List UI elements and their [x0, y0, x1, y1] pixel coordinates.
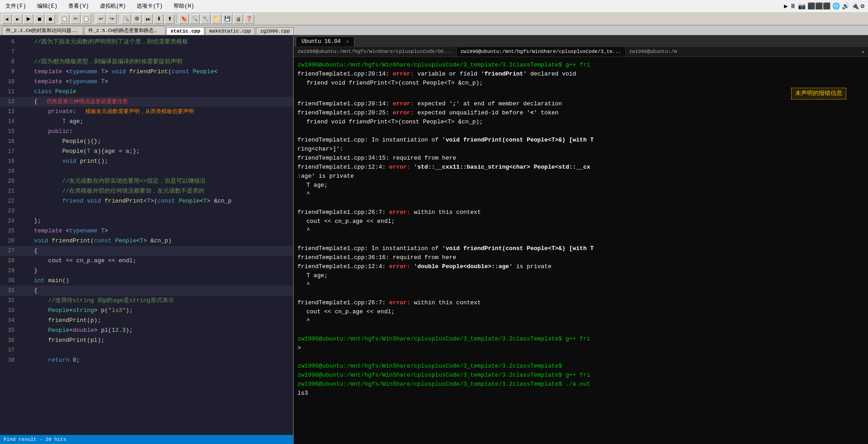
code-line-8: 8 //因为都为模板类型，则编译器编译的时候需要提前声明 [0, 57, 293, 67]
tab-file4[interactable]: makeStatic.cpp [205, 27, 255, 35]
tab-file3[interactable]: static.cpp [166, 27, 204, 35]
terminal-output[interactable]: zw1996@ubuntu:/mnt/hgfs/WinShare/cpluspl… [294, 57, 868, 444]
terminal-line-17: friendTemplate1.cpp: In instantiation of… [297, 244, 864, 253]
code-line-25: 25 template <typename T> [0, 226, 293, 236]
tab-file2[interactable]: 件_2.5.CH的静态变量和静态成员.txt [84, 26, 165, 35]
terminal-line-12: T age; [297, 181, 864, 190]
terminal-line-blank-3 [297, 235, 864, 244]
code-line-15: 15 public: [0, 127, 293, 137]
terminal-line-blank-4 [297, 289, 864, 298]
terminal-tab-ubuntu[interactable]: Ubuntu 16.04 ✕ [296, 36, 354, 47]
terminal-line-23: cout << cn_p.age << endl; [297, 307, 864, 316]
vm-settings[interactable]: ⚙ [861, 2, 864, 10]
code-editor-pane: 6 //因为下面友元函数的声明用到了这个类，则也需要类模板 7 8 //因为都为… [0, 35, 294, 444]
terminal-line-6: friend void friendPrint<T>(const People<… [297, 118, 864, 127]
file-tabs: 件_2.2.CH的封装和访问问题.txt 件_2.5.CH的静态变量和静态成员.… [0, 25, 868, 35]
toolbar-cut[interactable]: ✂ [71, 14, 80, 24]
terminal-tab-ubuntu-close[interactable]: ✕ [346, 39, 349, 44]
toolbar-paste[interactable]: 📋 [81, 14, 91, 24]
terminal-line-5: friendTemplate1.cpp:20:25: error: expect… [297, 109, 864, 118]
code-content[interactable]: 6 //因为下面友元函数的声明用到了这个类，则也需要类模板 7 8 //因为都为… [0, 35, 293, 435]
toolbar-copy[interactable]: 📋 [60, 14, 70, 24]
code-line-24: 24 }; [0, 216, 293, 226]
terminal-annotation-undeclared: 未声明的报错信息 [297, 88, 864, 99]
toolbar-settings[interactable]: ⚙ [132, 14, 142, 24]
terminal-line-9: friendTemplate1.cpp:34:15: required from… [297, 154, 864, 163]
subtab-3[interactable]: zw1996@ubuntu:/m [626, 47, 681, 57]
vm-menu-view[interactable]: 查看(V) [66, 1, 91, 11]
toolbar-record[interactable]: ⏺ [45, 14, 55, 24]
vm-menu-tab[interactable]: 选项卡(T) [135, 1, 165, 11]
terminal-line-13: ^ [297, 190, 864, 199]
toolbar-search[interactable]: 🔍 [121, 14, 131, 24]
terminal-line-15: cout << cn_p.age << endl; [297, 217, 864, 226]
code-line-14: 14 T age; [0, 117, 293, 127]
terminal-line-22: friendTemplate1.cpp:26:7: error: within … [297, 298, 864, 307]
terminal-tab-ubuntu-label: Ubuntu 16.04 [302, 38, 340, 45]
main-area: 6 //因为下面友元函数的声明用到了这个类，则也需要类模板 7 8 //因为都为… [0, 35, 868, 444]
code-line-22: 22 friend void friendPrint<T>(const Peop… [0, 196, 293, 206]
vm-control-pause[interactable]: ⏸ [790, 3, 796, 10]
terminal-pane: Ubuntu 16.04 ✕ zw1996@ubuntu:/mnt/hgfs/W… [294, 35, 868, 444]
subtab-1[interactable]: zw1996@ubuntu:/mnt/hgfs/WinShare/cpluspl… [294, 47, 457, 57]
terminal-line-14: friendTemplate1.cpp:26:7: error: within … [297, 208, 864, 217]
code-line-13: 13 private: 模板友元函数需要声明，从而类模板也要声明 [0, 107, 293, 117]
vm-menu-edit[interactable]: 编辑(E) [35, 1, 60, 11]
code-line-35: 35 People<double> pl(12.3); [0, 326, 293, 335]
toolbar-sep-2 [93, 15, 94, 23]
terminal-line-blank-2 [297, 199, 864, 208]
vm-indicator: ⬛⬛⬛ [807, 2, 830, 10]
toolbar-run[interactable]: ▶ [24, 14, 33, 24]
toolbar-down[interactable]: ⬇ [154, 14, 164, 24]
code-line-6: 6 //因为下面友元函数的声明用到了这个类，则也需要类模板 [0, 37, 293, 47]
tab-file1[interactable]: 件_2.2.CH的封装和访问问题.txt [2, 26, 83, 35]
toolbar-undo[interactable]: ↩ [96, 14, 106, 24]
toolbar-open[interactable]: 📁 [212, 14, 222, 24]
toolbar-back[interactable]: ◄ [2, 14, 12, 24]
toolbar-find[interactable]: 🔍 [190, 14, 200, 24]
vm-menu-file[interactable]: 文件(F) [4, 1, 28, 11]
status-bar: Find result - 20 hits [0, 435, 293, 444]
terminal-line-25: zw1996@ubuntu:/mnt/hgfs/WinShare/cpluspl… [297, 335, 864, 344]
terminal-line-7: friendTemplate1.cpp: In instantiation of… [297, 136, 864, 145]
code-line-31: 31 { [0, 286, 293, 296]
subtab-2[interactable]: zw1996@ubuntu:/mnt/hgfs/WinShare/cpluspl… [457, 47, 625, 57]
toolbar-bookmark[interactable]: 🔖 [179, 14, 189, 24]
vm-control-snapshot[interactable]: 📷 [798, 2, 806, 10]
terminal-line-20: T age; [297, 271, 864, 280]
code-line-37: 37 [0, 345, 293, 355]
terminal-line-blank-6 [297, 353, 864, 362]
toolbar-forward[interactable]: ► [13, 14, 23, 24]
terminal-line-26: > [297, 344, 864, 353]
terminal-line-11: :age' is private [297, 172, 864, 181]
toolbar-redo[interactable]: ↪ [107, 14, 117, 24]
code-line-23: 23 [0, 206, 293, 216]
terminal-line-28: zw1996@ubuntu:/mnt/hgfs/WinShare/cpluspl… [297, 371, 864, 380]
terminal-line-18: friendTemplate1.cpp:36:16: required from… [297, 253, 864, 262]
terminal-line-16: ^ [297, 226, 864, 235]
code-line-27: 27 { [0, 246, 293, 256]
toolbar-help[interactable]: ❓ [244, 14, 254, 24]
toolbar-build[interactable]: 🔧 [201, 14, 211, 24]
terminal-line-27: zw1996@ubuntu:/mnt/hgfs/WinShare/cpluspl… [297, 362, 864, 371]
vm-menu-help[interactable]: 帮助(H) [172, 1, 196, 11]
vm-control-play[interactable]: ▶ [784, 2, 788, 10]
status-text: Find result - 20 hits [4, 437, 66, 442]
toolbar-save[interactable]: 💾 [222, 14, 232, 24]
code-line-36: 36 friendPrint(pl); [0, 335, 293, 345]
toolbar-stop[interactable]: ⏹ [34, 14, 44, 24]
code-line-30: 30 int main() [0, 276, 293, 286]
tab-file5[interactable]: zg2000.cpp [256, 27, 294, 35]
toolbar-next[interactable]: ⏭ [143, 14, 153, 24]
terminal-line-24: ^ [297, 316, 864, 326]
code-line-17: 17 People(T a){age = a;}; [0, 146, 293, 156]
code-line-20: 20 //友元函数在内部实现也要用<>指定，但是可以继续沿 [0, 176, 293, 186]
code-line-38: 38 return 0; [0, 355, 293, 365]
vm-menu-vm[interactable]: 虚拟机(M) [98, 1, 128, 11]
subtab-close[interactable]: ✕ [858, 47, 868, 57]
toolbar-up[interactable]: ⬆ [165, 14, 175, 24]
terminal-line-2: friendTemplate1.cpp:20:14: error: variab… [297, 70, 864, 79]
terminal-line-3: friend void friendPrint<T>(const People<… [297, 79, 864, 88]
toolbar-print[interactable]: 🖨 [233, 14, 243, 24]
code-line-7: 7 [0, 47, 293, 57]
